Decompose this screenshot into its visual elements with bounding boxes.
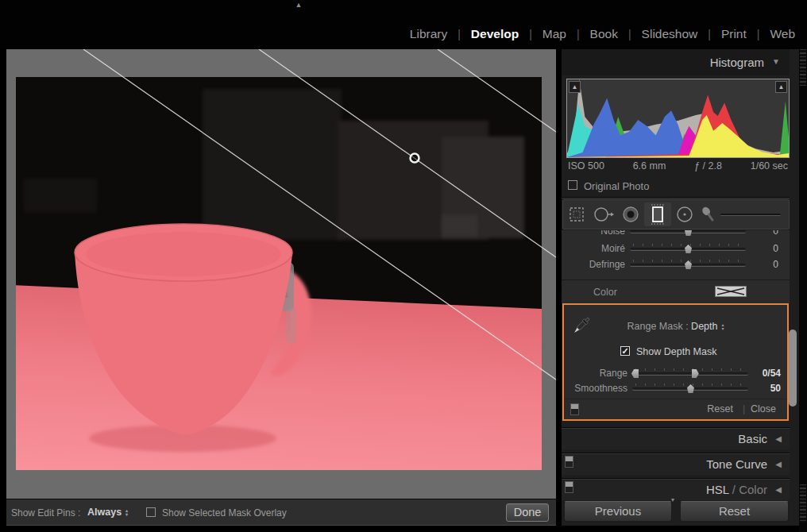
smoothness-value: 50 xyxy=(770,383,781,394)
show-depth-mask-checkbox[interactable]: ✓ xyxy=(620,346,630,356)
chevron-down-icon: ▼ xyxy=(772,57,780,66)
moire-slider-row: Moiré 0 xyxy=(562,241,790,256)
depth-mask-cup-overlay xyxy=(16,77,542,470)
divider xyxy=(562,197,790,199)
defringe-slider[interactable] xyxy=(630,264,746,267)
edit-pins-label: Show Edit Pins : xyxy=(11,507,80,519)
edit-pins-dropdown[interactable]: Always▴▾ xyxy=(87,507,128,518)
shutter-value: 1/60 sec xyxy=(751,160,788,172)
chevron-left-icon: ◀ xyxy=(775,460,782,468)
range-slider-row: Range 0/54 xyxy=(564,366,792,380)
range-mask-panel: Range Mask : Depth▴▾ ✓ Show Depth Mask R… xyxy=(562,303,789,421)
range-label: Range xyxy=(564,368,627,379)
nav-book[interactable]: Book xyxy=(580,27,628,41)
image-canvas[interactable] xyxy=(6,49,556,499)
reset-button[interactable]: Reset xyxy=(680,501,789,522)
moire-slider[interactable] xyxy=(630,248,746,251)
defringe-slider-row: Defringe 0 xyxy=(562,257,790,272)
hsl-switch-icon[interactable] xyxy=(565,481,573,493)
show-depth-mask-row: ✓ Show Depth Mask xyxy=(564,345,787,358)
stepper-icon: ▴▾ xyxy=(721,323,724,331)
defringe-panel-section: Noise 0 Moiré 0 Defringe 0 Color xyxy=(562,230,790,303)
histogram-header[interactable]: Histogram ▼ xyxy=(562,49,790,75)
show-depth-mask-label: Show Depth Mask xyxy=(636,346,716,357)
range-value: 0/54 xyxy=(763,368,781,379)
mask-overlay-label: Show Selected Mask Overlay xyxy=(162,507,287,519)
defringe-label: Defringe xyxy=(562,259,625,270)
previous-button[interactable]: Previous xyxy=(564,501,672,522)
smoothness-label: Smoothness xyxy=(564,383,627,394)
defringe-value: 0 xyxy=(773,259,778,270)
photo-depth-mask-preview[interactable] xyxy=(16,77,542,470)
range-slider-low-handle[interactable] xyxy=(631,369,639,378)
tool-strip xyxy=(562,199,790,229)
color-row: Color xyxy=(562,279,790,303)
original-photo-checkbox[interactable] xyxy=(568,180,577,190)
smoothness-slider[interactable] xyxy=(632,387,748,391)
panel-tone-curve[interactable]: Tone Curve ◀ xyxy=(562,453,790,475)
tool-size-slider[interactable] xyxy=(720,214,781,216)
hsl-color-label: HSL / Color xyxy=(706,483,767,496)
nav-print[interactable]: Print xyxy=(711,27,757,41)
highlight-clipping-indicator[interactable]: ▲ xyxy=(775,81,787,93)
mask-overlay-checkbox[interactable] xyxy=(146,507,156,517)
red-eye-correction-icon[interactable] xyxy=(617,202,644,226)
noise-slider-handle[interactable] xyxy=(685,230,692,236)
module-picker: Library | Develop | Map | Book | Slidesh… xyxy=(400,22,805,46)
noise-value: 0 xyxy=(773,230,778,237)
panel-switch-icon[interactable] xyxy=(570,403,579,415)
spot-removal-icon[interactable] xyxy=(590,202,617,226)
histogram-title: Histogram xyxy=(710,56,764,69)
radial-filter-icon[interactable] xyxy=(671,202,698,226)
range-mask-type-dropdown[interactable]: Depth▴▾ xyxy=(691,321,724,332)
done-button[interactable]: Done xyxy=(506,503,549,522)
panel-hsl-color[interactable]: HSL / Color ◀ xyxy=(562,478,790,500)
color-label: Color xyxy=(593,287,617,298)
range-slider[interactable] xyxy=(632,372,748,376)
range-mask-label: Range Mask : xyxy=(627,321,689,332)
iso-value: ISO 500 xyxy=(568,160,604,172)
noise-label: Noise xyxy=(562,230,625,237)
noise-slider[interactable] xyxy=(630,230,746,233)
focal-length-value: 6.6 mm xyxy=(633,160,666,172)
histogram-plot[interactable]: ▲ ▲ xyxy=(566,79,790,158)
range-mask-footer: Reset | Close xyxy=(564,399,787,419)
original-photo-label: Original Photo xyxy=(584,180,649,192)
color-swatch-none[interactable] xyxy=(715,286,747,297)
original-photo-row: Original Photo xyxy=(562,176,790,197)
range-mask-reset-button[interactable]: Reset xyxy=(707,403,733,414)
top-panel-collapse-icon[interactable]: ▲ xyxy=(291,1,307,9)
lightroom-develop-window: ▲ Library | Develop | Map | Book | Slide… xyxy=(0,0,807,532)
basic-label: Basic xyxy=(738,432,767,445)
chevron-left-icon: ◀ xyxy=(775,434,782,443)
grip-texture xyxy=(800,484,806,522)
top-bar: ▲ Library | Develop | Map | Book | Slide… xyxy=(0,0,807,49)
toolbar: Show Edit Pins : Always▴▾ Show Selected … xyxy=(6,499,556,526)
adjustment-brush-icon[interactable] xyxy=(698,202,719,226)
aperture-value: ƒ / 2.8 xyxy=(694,160,722,172)
stepper-icon: ▴▾ xyxy=(125,509,128,517)
nav-library[interactable]: Library xyxy=(400,27,458,41)
range-mask-selector-row: Range Mask : Depth▴▾ xyxy=(564,321,787,332)
right-panel: Histogram ▼ ▲ ▲ ISO 500 6.6 mm ƒ / 2.8 1… xyxy=(562,49,799,526)
exif-info: ISO 500 6.6 mm ƒ / 2.8 1/60 sec xyxy=(568,160,788,172)
nav-develop[interactable]: Develop xyxy=(461,27,529,41)
nav-web[interactable]: Web xyxy=(759,27,805,41)
crop-overlay-icon[interactable] xyxy=(563,202,590,226)
moire-label: Moiré xyxy=(562,243,625,254)
chevron-left-icon: ◀ xyxy=(775,485,782,494)
tone-curve-switch-icon[interactable] xyxy=(565,456,573,468)
tone-curve-label: Tone Curve xyxy=(706,457,767,471)
graduated-filter-icon[interactable] xyxy=(644,202,671,226)
noise-slider-row: Noise 0 xyxy=(562,230,790,238)
shadow-clipping-indicator[interactable]: ▲ xyxy=(569,81,581,93)
panel-edge-grip[interactable] xyxy=(799,49,807,532)
grip-texture xyxy=(800,49,806,86)
nav-slideshow[interactable]: Slideshow xyxy=(631,27,709,41)
range-mask-close-button[interactable]: Close xyxy=(751,403,776,414)
panel-basic[interactable]: Basic ◀ xyxy=(562,427,790,449)
nav-map[interactable]: Map xyxy=(532,27,577,41)
moire-value: 0 xyxy=(773,243,778,254)
panel-scrollbar[interactable] xyxy=(789,330,797,407)
smoothness-slider-row: Smoothness 50 xyxy=(564,381,792,395)
